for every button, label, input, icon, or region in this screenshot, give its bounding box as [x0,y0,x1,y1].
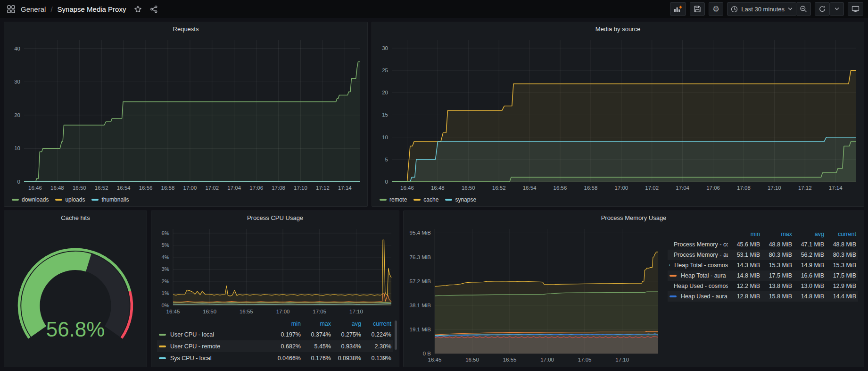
stat-value-cell: 48.8 MiB [824,241,856,248]
panel-title[interactable]: Requests [4,22,367,35]
legend-item[interactable]: cache [413,196,438,203]
svg-text:6%: 6% [161,230,169,236]
legend-item[interactable]: thumbnails [91,196,129,203]
legend-table-row[interactable]: User CPU - local0.197%0.374%0.275%0.224% [157,329,393,340]
stat-value-cell: 45.6 MiB [728,241,760,248]
svg-text:16:50: 16:50 [203,309,216,314]
legend-item[interactable]: downloads [12,196,49,203]
legend-scrollbar[interactable] [395,320,397,350]
svg-text:17:10: 17:10 [615,357,629,363]
legend-table-row[interactable]: User CPU - remote0.682%5.45%0.934%2.30% [157,340,393,352]
legend-table-row[interactable]: Heap Used - aura12.8 MiB15.8 MiB14.8 MiB… [668,291,858,302]
requests-chart[interactable]: 16:4616:4816:5016:5216:5416:5616:5817:00… [6,35,365,193]
stat-value-cell: 0.0938% [331,355,361,362]
stat-value-cell: 13.8 MiB [760,283,792,289]
chevron-down-icon [835,7,839,11]
series-color-swatch [380,199,387,201]
svg-text:17:14: 17:14 [338,185,352,191]
series-color-swatch [159,334,166,336]
panel-cache-hits: Cache hits 56.8% [4,211,147,367]
stat-value-cell: 0.374% [301,331,331,338]
legend-item[interactable]: uploads [55,196,85,203]
legend-column-avg[interactable]: avg [331,320,361,327]
star-icon[interactable] [132,3,144,15]
svg-text:0 B: 0 B [423,351,431,356]
series-name-cell: Heap Used - aura [670,293,728,300]
series-name-cell: Sys CPU - local [159,355,271,362]
svg-text:16:45: 16:45 [166,309,180,314]
svg-text:17:04: 17:04 [227,185,241,191]
stat-value-cell: 0.176% [301,355,331,362]
series-color-swatch [12,199,19,201]
breadcrumb: General / Synapse Media Proxy [5,3,160,15]
panel-title[interactable]: Media by source [372,22,864,35]
svg-text:0%: 0% [161,303,169,308]
stat-value-cell: 15.8 MiB [760,293,792,300]
series-color-swatch [55,199,62,201]
series-label: Heap Used - cosmos [674,283,728,289]
svg-text:16:45: 16:45 [428,357,442,363]
legend-column-min[interactable]: min [728,231,760,237]
refresh-button[interactable] [815,2,830,16]
svg-text:40: 40 [14,46,20,51]
legend-table-row[interactable]: Heap Total - aura14.8 MiB17.5 MiB16.6 Mi… [668,270,858,281]
stat-value-cell: 0.682% [271,343,301,350]
media-chart[interactable]: 16:4616:4816:5016:5216:5416:5616:5817:00… [374,35,862,193]
legend-column-max[interactable]: max [301,320,331,327]
series-name-cell: Heap Total - aura [670,272,728,279]
dashboard-title[interactable]: Synapse Media Proxy [58,5,126,13]
legend-table-row[interactable]: Process Memory - aura53.1 MiB80.3 MiB56.… [668,250,858,260]
series-color-swatch [445,199,452,201]
panel-title[interactable]: Process CPU Usage [151,211,399,224]
legend-column-current[interactable]: current [361,320,391,327]
series-label: User CPU - local [170,331,214,338]
svg-text:10: 10 [14,145,20,151]
svg-text:16:48: 16:48 [50,185,64,191]
dashboard-toolbar: ⚙ Last 30 minutes [670,2,863,16]
panel-title[interactable]: Cache hits [4,211,147,224]
share-icon[interactable] [148,3,160,15]
series-label: cache [423,196,438,203]
svg-text:16:56: 16:56 [139,185,153,191]
cpu-legend-table: minmaxavgcurrentUser CPU - local0.197%0.… [157,319,393,364]
legend-column-min[interactable]: min [271,320,301,327]
legend-item[interactable]: remote [380,196,407,203]
legend-table-row[interactable]: Process Memory - cosmos45.6 MiB48.8 MiB4… [668,239,858,250]
refresh-interval-dropdown[interactable] [830,2,844,16]
legend-item[interactable]: synapse [445,196,476,203]
time-range-picker[interactable]: Last 30 minutes [727,2,796,16]
svg-text:15: 15 [382,112,388,118]
chart-svg: 16:4616:4816:5016:5216:5416:5616:5817:00… [6,35,365,193]
cpu-chart[interactable]: 16:4516:5016:5517:0017:0517:100%1%2%3%4%… [153,224,397,317]
stat-value-cell: 80.3 MiB [760,252,792,258]
save-dashboard-button[interactable] [690,2,705,16]
breadcrumb-section[interactable]: General [21,5,46,13]
stat-value-cell: 0.275% [331,331,361,338]
series-label: Process Memory - cosmos [674,241,728,248]
legend-table-row[interactable]: Heap Used - cosmos12.2 MiB13.8 MiB13.0 M… [668,281,858,291]
settings-icon[interactable]: ⚙ [709,2,723,16]
legend-table-row[interactable]: Sys CPU - local0.0466%0.176%0.0938%0.139… [157,352,393,364]
panel-process-memory: Process Memory Usage 16:4516:5016:5517:0… [403,211,864,367]
apps-icon[interactable] [5,3,17,15]
svg-text:2%: 2% [161,278,169,284]
add-panel-button[interactable] [670,2,686,16]
legend-column-max[interactable]: max [760,231,792,237]
zoom-out-icon [800,5,807,13]
refresh-icon [818,5,826,13]
svg-text:17:00: 17:00 [183,185,197,191]
legend-column-current[interactable]: current [824,231,856,237]
series-name-cell: Process Memory - aura [670,252,728,258]
legend-table-row[interactable]: Heap Total - cosmos14.3 MiB15.3 MiB14.9 … [668,260,858,270]
zoom-out-button[interactable] [796,2,811,16]
series-color-swatch [159,357,166,359]
stat-value-cell: 53.1 MiB [728,252,760,258]
svg-text:17:04: 17:04 [676,185,689,191]
stat-value-cell: 14.8 MiB [792,293,824,300]
svg-text:16:58: 16:58 [161,185,175,191]
panel-title[interactable]: Process Memory Usage [404,211,864,224]
legend-column-avg[interactable]: avg [792,231,824,237]
cycle-view-mode-button[interactable] [848,2,863,16]
svg-text:16:46: 16:46 [400,185,414,191]
memory-chart[interactable]: 16:4516:5016:5517:0017:0517:100 B19.1 Mi… [405,224,664,365]
